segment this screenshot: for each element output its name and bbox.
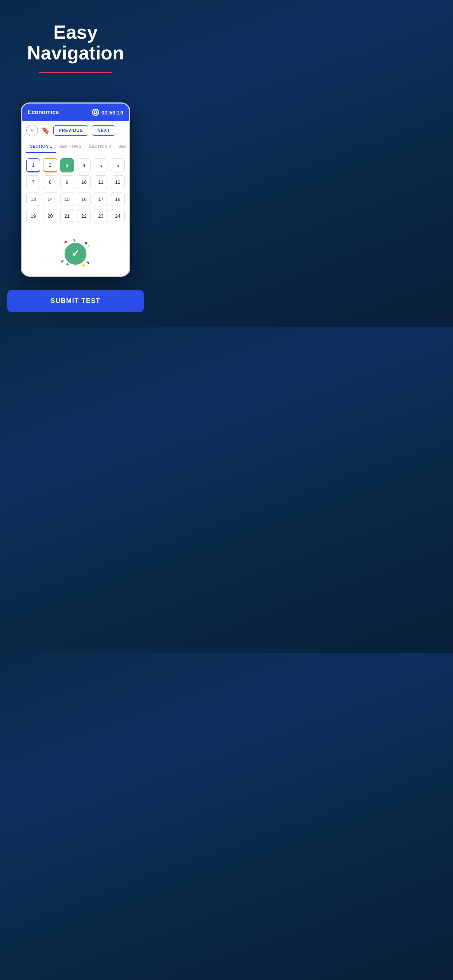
question-btn-16[interactable]: 16	[77, 192, 91, 206]
main-title: Easy Navigation	[11, 22, 140, 64]
question-btn-19[interactable]: 19	[26, 209, 40, 223]
question-btn-24[interactable]: 24	[111, 209, 125, 223]
question-btn-8[interactable]: 8	[43, 175, 57, 189]
question-btn-18[interactable]: 18	[111, 192, 125, 206]
question-btn-11[interactable]: 11	[94, 175, 108, 189]
confetti-3	[85, 242, 88, 245]
success-section: ✓	[22, 228, 129, 275]
question-btn-23[interactable]: 23	[94, 209, 108, 223]
bookmark-icon[interactable]: 🔖	[41, 127, 49, 135]
question-btn-13[interactable]: 13	[26, 192, 40, 206]
confetti-area: ✓	[61, 239, 90, 268]
question-btn-12[interactable]: 12	[111, 175, 125, 189]
question-btn-9[interactable]: 9	[60, 175, 74, 189]
title-underline	[39, 72, 112, 73]
next-button[interactable]: NEXT	[92, 126, 115, 135]
question-btn-2[interactable]: 2	[43, 158, 57, 172]
question-btn-15[interactable]: 15	[60, 192, 74, 206]
submit-test-button[interactable]: SUBMIT TEST	[7, 290, 144, 312]
confetti-6	[66, 263, 69, 266]
confetti-4	[88, 244, 90, 247]
question-btn-20[interactable]: 20	[43, 209, 57, 223]
question-btn-3[interactable]: 3	[60, 158, 74, 172]
phone-header: Economics 00:59:19	[22, 103, 129, 121]
question-btn-1[interactable]: 1	[26, 158, 40, 172]
previous-button[interactable]: PREVIOUS	[53, 126, 88, 135]
question-btn-4[interactable]: 4	[77, 158, 91, 172]
section-tab-3[interactable]: SECTION 3	[85, 140, 115, 153]
success-circle: ✓	[65, 243, 86, 265]
phone-mockup: Economics 00:59:19 🔖 PREVIOUS NEXT SECTI…	[21, 102, 130, 276]
section-tab-4[interactable]: SECTION	[115, 140, 129, 153]
clock-icon	[92, 109, 99, 116]
confetti-8	[87, 261, 90, 264]
sections-tabs: SECTION 1 SECTION 2 SECTION 3 SECTION	[22, 140, 129, 153]
submit-btn-container: SUBMIT TEST	[0, 284, 151, 323]
confetti-1	[64, 240, 67, 243]
check-icon: ✓	[72, 248, 80, 259]
timer-container: 00:59:19	[92, 109, 123, 116]
header-section: Easy Navigation	[0, 0, 151, 102]
question-btn-22[interactable]: 22	[77, 209, 91, 223]
question-btn-7[interactable]: 7	[26, 175, 40, 189]
question-btn-17[interactable]: 17	[94, 192, 108, 206]
timer-text: 00:59:19	[101, 110, 123, 116]
confetti-2	[73, 239, 75, 242]
subject-title: Economics	[28, 109, 59, 116]
confetti-5	[61, 260, 64, 263]
section-tab-2[interactable]: SECTION 2	[56, 140, 85, 153]
confetti-7	[82, 264, 85, 267]
question-btn-6[interactable]: 6	[111, 158, 125, 172]
question-btn-5[interactable]: 5	[94, 158, 108, 172]
dropdown-button[interactable]	[26, 125, 38, 136]
question-btn-10[interactable]: 10	[77, 175, 91, 189]
question-btn-14[interactable]: 14	[43, 192, 57, 206]
questions-grid: 123456789101112131415161718192021222324	[22, 153, 129, 228]
section-tab-1[interactable]: SECTION 1	[26, 140, 56, 153]
question-btn-21[interactable]: 21	[60, 209, 74, 223]
phone-toolbar: 🔖 PREVIOUS NEXT	[22, 121, 129, 140]
